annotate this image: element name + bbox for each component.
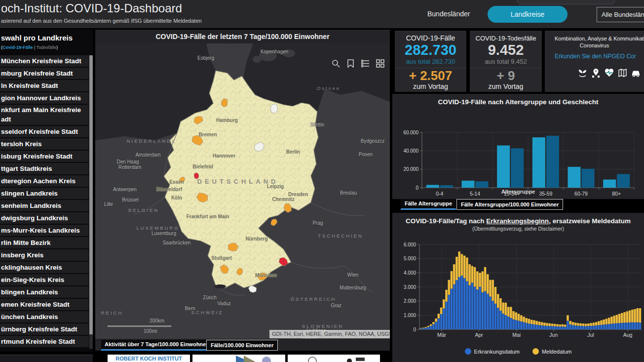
sidebar-item[interactable]: cklinghausen Kreis xyxy=(0,262,89,273)
kpi-cases-total: aus total 282.730 xyxy=(395,58,466,65)
sidebar-item[interactable]: tersloh Kreis xyxy=(0,138,89,150)
legend-list-icon[interactable] xyxy=(360,58,370,68)
kpi-cases-delta: + 2.507 xyxy=(395,69,466,82)
kpi-deaths-total: aus total 9.452 xyxy=(470,58,542,65)
sidebar-item[interactable]: ein-Sieg-Kreis Kreis xyxy=(0,274,89,285)
page-title: och-Institut: COVID-19-Dashboard xyxy=(1,1,182,15)
sidebar-item[interactable]: dwigsburg Landkreis xyxy=(0,212,89,224)
map-tab-faelle[interactable]: Fälle/100.000 Einwohner xyxy=(206,340,278,351)
car-icon[interactable] xyxy=(629,66,643,80)
yellow-dot-icon xyxy=(532,348,539,355)
sidebar-item[interactable]: senheim Landkreis xyxy=(0,200,89,211)
svg-text:60.000: 60.000 xyxy=(403,130,418,135)
sidebar-item[interactable]: sseldorf Kreisfreie Stadt xyxy=(0,126,89,137)
map-icon[interactable] xyxy=(616,66,629,80)
basemap-grid-icon[interactable] xyxy=(375,58,385,68)
daily-chart-subtitle: (Übermittlungsverzug, siehe Disclaimer) xyxy=(392,226,644,232)
age-chart-xlabel: Altersgruppe xyxy=(392,189,644,195)
germany-map xyxy=(95,43,390,339)
partner-logo xyxy=(288,355,380,362)
npgeo-text-line2: Coronavirus xyxy=(545,42,644,48)
sidebar-item[interactable]: slingen Landkreis xyxy=(0,188,89,199)
popup-remnant xyxy=(517,0,615,4)
scale-label-km: 200km xyxy=(150,318,164,323)
svg-text:4.000: 4.000 xyxy=(404,270,416,276)
sidebar-item[interactable]: ünchen Landkreis xyxy=(0,311,89,322)
daily-chart-title: COVID-19-Fälle/Tag nach Erkrankungsbegin… xyxy=(392,217,644,225)
svg-text:Jul: Jul xyxy=(587,332,594,338)
svg-text:6.000: 6.000 xyxy=(404,242,416,247)
svg-text:Apr: Apr xyxy=(475,332,483,338)
svg-text:40.000: 40.000 xyxy=(403,148,418,154)
sidebar-item[interactable]: ms-Murr-Kreis Landkreis xyxy=(0,225,89,236)
kpi-deaths-delta-label: zum Vortag xyxy=(470,82,542,90)
kpi-deaths-value: 9.452 xyxy=(470,42,542,58)
npgeo-link[interactable]: Erkunden Sie den NPGEO Cor xyxy=(555,53,636,60)
daily-title-suffix: , ersatzweise Meldedatum xyxy=(549,217,631,225)
age-chart: 020.00040.00060.0000-45-1415-3435-5960-7… xyxy=(392,108,644,198)
nav-bundeslaender[interactable]: Bundesländer xyxy=(427,10,470,18)
svg-text:Jun: Jun xyxy=(549,332,558,338)
sidebar-item[interactable]: ürnberg Kreisfreie Stadt xyxy=(0,323,89,335)
legend-close: ) xyxy=(56,45,58,50)
page-subtitle: asierend auf den aus den Gesundheitsämte… xyxy=(1,18,202,24)
sidebar-item[interactable]: isburg Kreisfreie Stadt xyxy=(0,151,89,162)
svg-text:Mär: Mär xyxy=(437,332,447,338)
svg-text:20.000: 20.000 xyxy=(403,166,418,172)
npgeo-text-line1: Kombination, Analyse & Kommunikation re xyxy=(555,36,644,41)
legend-meldedatum: Meldedatum xyxy=(532,348,572,355)
svg-text:Mai: Mai xyxy=(512,332,521,338)
legend-deaths-link[interactable]: Todesfälle xyxy=(37,45,57,50)
sidebar-item[interactable]: rlin Mitte Bezirk xyxy=(0,237,89,248)
sidebar-item[interactable]: insberg Kreis xyxy=(0,249,89,261)
legend-cases-link[interactable]: Covid-19-Fälle xyxy=(2,45,33,50)
map-attribution: GDI-TH, Esri, HERE, Garmin, FAO, NOAA, U… xyxy=(269,330,390,338)
plant-icon[interactable] xyxy=(576,66,589,80)
region-dropdown[interactable]: Alle Bundesländer xyxy=(597,7,644,22)
age-tab-absolute[interactable]: Fälle Altersgruppe xyxy=(401,199,456,210)
sidebar-list: München Kreisfreie Stadtmburg Kreisfreie… xyxy=(0,55,89,350)
daily-chart-panel: COVID-19-Fälle/Tag nach Erkrankungsbegin… xyxy=(392,213,644,362)
sidebar-item[interactable]: dteregion Aachen Kreis xyxy=(0,175,89,187)
sidebar: swahl pro Landkreis (Covid-19-Fälle | To… xyxy=(0,30,93,352)
sidebar-item[interactable]: mburg Kreisfreie Stadt xyxy=(0,68,89,79)
health-heart-icon[interactable] xyxy=(603,66,616,80)
location-pin-icon[interactable] xyxy=(589,66,603,80)
age-chart-panel: COVID-19-Fälle nach Altersgruppe und Ges… xyxy=(392,94,644,199)
sidebar-item[interactable]: ttgart Stadtkreis xyxy=(0,163,89,174)
svg-text:0: 0 xyxy=(413,327,416,332)
svg-text:1.000: 1.000 xyxy=(404,313,416,318)
daily-chart-legend: Erkrankungsdatum Meldedatum xyxy=(392,348,644,355)
landkreise-button[interactable]: Landkreise xyxy=(488,6,568,23)
sidebar-scrollbar-thumb[interactable] xyxy=(89,55,93,334)
map-area[interactable]: KopenhagenEsbjergOstseeStettinBydgoszczP… xyxy=(95,43,390,339)
age-chart-title: COVID-19-Fälle nach Altersgruppe und Ges… xyxy=(392,98,644,106)
npgeo-tiles xyxy=(576,66,643,80)
sidebar-item[interactable]: nkfurt am Main Kreisfreie adt xyxy=(0,105,89,125)
kpi-deaths-delta: + 9 xyxy=(470,69,542,82)
scale-label-mi: 100mi xyxy=(144,328,157,334)
map-tab-aktivitaet[interactable]: Aktivität über 7 Tage/100.000 Einwohner xyxy=(101,340,211,351)
kpi-cases-delta-label: zum Vortag xyxy=(395,82,466,90)
legend-label: Erkrankungsdatum xyxy=(474,349,520,355)
kpi-deaths-panel: COVID-19-Todesfälle 9.452 aus total 9.45… xyxy=(470,31,542,92)
map-toolbar xyxy=(331,58,385,68)
sidebar-item[interactable]: emen Kreisfreie Stadt xyxy=(0,299,89,310)
sidebar-title: swahl pro Landkreis xyxy=(1,34,73,42)
search-icon[interactable] xyxy=(331,58,341,68)
svg-text:2.000: 2.000 xyxy=(404,298,416,304)
app-header: och-Institut: COVID-19-Dashboard asieren… xyxy=(0,0,644,28)
sidebar-item[interactable]: rtmund Kreisfreie Stadt xyxy=(0,336,89,347)
daily-chart: 01.0002.0003.0004.0005.0006.000MärAprMai… xyxy=(392,239,644,338)
svg-text:Aug: Aug xyxy=(623,332,633,338)
daily-title-prefix: COVID-19-Fälle/Tag nach xyxy=(406,217,486,225)
legend-separator: | xyxy=(33,45,37,50)
sidebar-item[interactable]: ln Kreisfreie Stadt xyxy=(0,80,89,91)
sidebar-item[interactable]: München Kreisfreie Stadt xyxy=(0,55,89,67)
age-tab-per100k[interactable]: Fälle Altersgruppe/100.000 Einwohner xyxy=(456,199,563,210)
bookmark-icon[interactable] xyxy=(345,58,355,68)
partner-logo xyxy=(192,355,285,362)
sidebar-item[interactable]: gion Hannover Landkreis xyxy=(0,92,89,104)
sidebar-item[interactable]: blingen Landkreis xyxy=(0,286,89,298)
map-title: COVID-19-Fälle der letzten 7 Tage/100.00… xyxy=(95,30,390,43)
